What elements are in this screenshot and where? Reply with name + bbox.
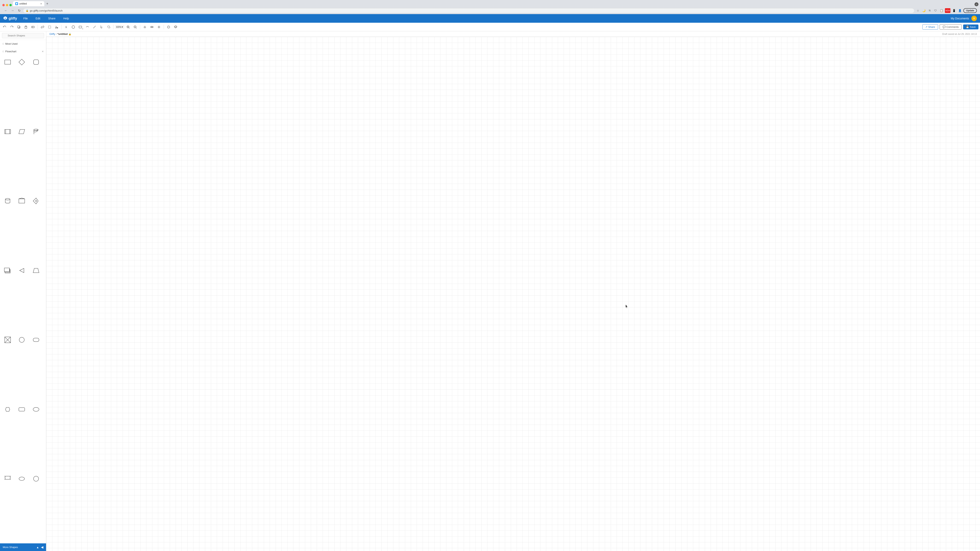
zoom-control[interactable]: 83% ▾ bbox=[115, 25, 124, 29]
shape-stacked[interactable] bbox=[2, 265, 13, 276]
shape-diamond[interactable] bbox=[16, 57, 27, 67]
most-used-header[interactable]: ⬡ Most Used bbox=[2, 41, 44, 46]
shape-rect-rounded2[interactable] bbox=[16, 404, 27, 414]
share-button[interactable]: ↗ Share bbox=[923, 24, 938, 30]
pointer-tool[interactable] bbox=[99, 24, 105, 30]
shape-flag[interactable] bbox=[31, 126, 41, 137]
shape-rounded-rect[interactable] bbox=[31, 335, 41, 345]
zoom-out-button[interactable] bbox=[132, 24, 138, 30]
search-input[interactable] bbox=[2, 33, 44, 38]
close-traffic-light[interactable] bbox=[2, 4, 5, 6]
back-button[interactable]: ← bbox=[3, 8, 9, 13]
shapes-grid bbox=[0, 55, 46, 543]
shape-rectangle[interactable] bbox=[2, 57, 13, 67]
moon-button[interactable]: 🌙 bbox=[921, 8, 926, 13]
redo-button[interactable] bbox=[9, 24, 15, 30]
cut-tool[interactable] bbox=[54, 24, 60, 30]
canvas-header: Gliffy / *untitled 🔒 Draft saved at Jul … bbox=[46, 31, 980, 37]
svg-rect-15 bbox=[79, 26, 82, 28]
shape-trapezoid[interactable] bbox=[31, 265, 41, 276]
save-icon: 💾 bbox=[966, 25, 969, 29]
svg-point-14 bbox=[72, 25, 75, 29]
document-title[interactable]: *untitled bbox=[57, 33, 68, 35]
svg-marker-35 bbox=[174, 25, 177, 27]
shape-circle[interactable] bbox=[16, 335, 27, 345]
extension-2[interactable]: 🛡 bbox=[933, 8, 938, 13]
layers-tool[interactable] bbox=[172, 24, 179, 30]
shape-subroutine[interactable] bbox=[2, 126, 13, 137]
toolbar: A ▾ 83% ▾ bbox=[0, 23, 980, 31]
shape-triangle-left[interactable] bbox=[16, 265, 27, 276]
app: g gliffy File Edit Share Help My Documen… bbox=[0, 14, 980, 551]
star-button[interactable]: ☆ bbox=[915, 8, 920, 13]
file-menu[interactable]: File bbox=[22, 16, 29, 21]
extension-3[interactable]: 📋 bbox=[939, 8, 944, 13]
position-tool[interactable] bbox=[156, 24, 162, 30]
paste-button[interactable] bbox=[23, 24, 29, 30]
tab-close-button[interactable]: × bbox=[40, 2, 42, 5]
canvas[interactable] bbox=[46, 37, 980, 551]
style-tool[interactable] bbox=[165, 24, 172, 30]
flowchart-header[interactable]: ⬡ Flowchart ✕ bbox=[2, 49, 44, 54]
address-bar[interactable]: 🔒 go.gliffy.com/go/html5/launch bbox=[23, 8, 914, 13]
shape-circle2[interactable] bbox=[31, 473, 41, 484]
ellipse-tool[interactable] bbox=[70, 24, 76, 30]
shape-cylinder[interactable] bbox=[2, 196, 13, 206]
shape-oval[interactable] bbox=[16, 473, 27, 484]
copy-button[interactable] bbox=[16, 24, 22, 30]
connector-tool[interactable] bbox=[84, 24, 91, 30]
maximize-traffic-light[interactable] bbox=[10, 4, 12, 6]
rect-tool[interactable]: ▾ bbox=[77, 24, 83, 30]
shape-stadium[interactable] bbox=[31, 404, 41, 414]
help-menu[interactable]: Help bbox=[62, 16, 70, 21]
menu-right: My Documents U bbox=[951, 16, 977, 21]
svg-rect-6 bbox=[25, 26, 27, 27]
minimize-traffic-light[interactable] bbox=[6, 4, 8, 6]
svg-line-21 bbox=[129, 28, 130, 29]
shape-parallelogram[interactable] bbox=[16, 126, 27, 137]
comments-button[interactable]: 💬 Comments bbox=[940, 24, 962, 30]
align-tool[interactable] bbox=[142, 24, 148, 30]
svg-line-10 bbox=[56, 26, 57, 28]
shape-pentagon[interactable] bbox=[16, 196, 27, 206]
shape-manual-input[interactable] bbox=[31, 196, 41, 206]
link-tool[interactable] bbox=[40, 24, 46, 30]
svg-marker-53 bbox=[33, 268, 39, 273]
extension-4[interactable]: NEW bbox=[945, 8, 950, 13]
shape-display[interactable] bbox=[31, 57, 41, 67]
duplicate-button[interactable] bbox=[30, 24, 36, 30]
collapse-sidebar-icon[interactable]: ◀ bbox=[41, 545, 43, 549]
undo-button[interactable] bbox=[2, 24, 8, 30]
zoom-in-button[interactable] bbox=[125, 24, 131, 30]
select-tool[interactable] bbox=[46, 24, 53, 30]
extension-5[interactable]: 📱 bbox=[951, 8, 956, 13]
reload-button[interactable]: ↻ bbox=[16, 8, 22, 13]
share-menu[interactable]: Share bbox=[47, 16, 57, 21]
sidebar: 🔍 ⬡ Most Used ⬡ Flowchart ✕ bbox=[0, 31, 46, 551]
text-tool[interactable]: A bbox=[63, 24, 69, 30]
svg-line-24 bbox=[136, 28, 137, 29]
profile-icon[interactable]: 👤 bbox=[958, 8, 962, 13]
line-tool[interactable] bbox=[91, 24, 98, 30]
document-lock-icon: 🔒 bbox=[68, 33, 72, 35]
edit-menu[interactable]: Edit bbox=[34, 16, 42, 21]
breadcrumb-home[interactable]: Gliffy bbox=[49, 33, 55, 35]
logo: g gliffy bbox=[3, 16, 17, 21]
flowchart-close[interactable]: ✕ bbox=[42, 50, 44, 53]
shape-hexagon[interactable] bbox=[2, 404, 13, 414]
shape-tape[interactable] bbox=[2, 473, 13, 484]
distribute-tool[interactable] bbox=[149, 24, 155, 30]
new-tab-button[interactable]: + bbox=[45, 2, 50, 6]
extension-1[interactable]: N bbox=[927, 8, 932, 13]
more-shapes-button[interactable]: More Shapes ▲ ◀ bbox=[0, 543, 46, 551]
save-button[interactable]: 💾 Save bbox=[963, 24, 978, 29]
hand-tool[interactable] bbox=[105, 24, 112, 30]
update-button[interactable]: Update bbox=[963, 8, 977, 13]
forward-button[interactable]: → bbox=[10, 8, 15, 13]
flowchart-dot: ⬡ bbox=[2, 50, 4, 52]
my-documents-button[interactable]: My Documents bbox=[951, 17, 969, 20]
svg-point-57 bbox=[19, 337, 24, 342]
active-tab[interactable]: untitled × bbox=[13, 1, 44, 6]
shape-cross-rect[interactable] bbox=[2, 335, 13, 345]
svg-point-33 bbox=[159, 27, 159, 27]
